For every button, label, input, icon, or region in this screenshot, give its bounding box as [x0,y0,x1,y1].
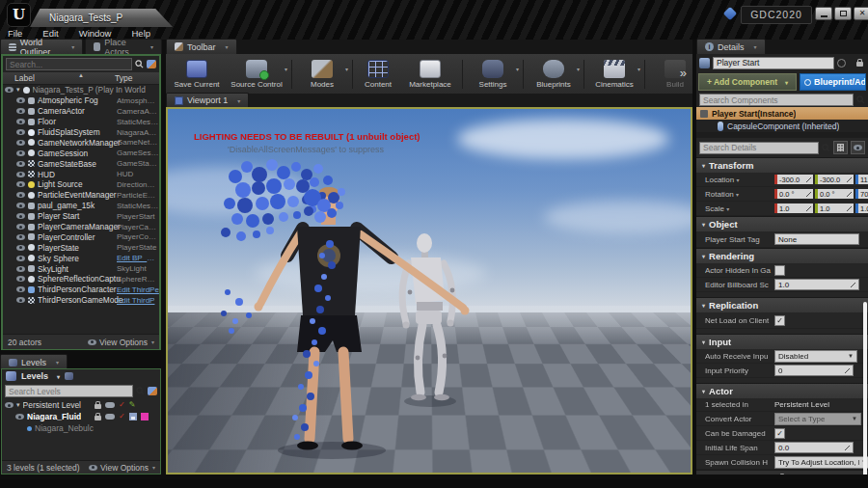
drag-handle-icon[interactable] [847,176,852,183]
level-row-niagara-fluid[interactable]: Niagara_Fluid ✓ [2,411,160,422]
visibility-eye-icon[interactable] [16,140,25,146]
auto-receive-dropdown[interactable]: Disabled▼ [774,350,857,363]
levels-menu-button[interactable]: Levels ▾ [21,371,60,381]
add-level-icon[interactable] [148,387,157,395]
lock-icon[interactable] [95,404,101,409]
actor-name-input[interactable] [713,57,834,69]
table-row[interactable]: SphereReflectionCaptuSphereReflec [3,274,159,285]
table-row[interactable]: ParticleEventManagerParticleEvent [3,190,159,201]
visibility-eye-icon[interactable] [16,97,25,103]
component-row-capsule[interactable]: CapsuleComponent (Inherited) [696,120,868,132]
scale-y-field[interactable]: 1.0 [815,203,854,213]
rotation-y-field[interactable]: 0.0 ° [815,189,854,199]
view-options-button[interactable]: View Options ▾ [89,463,155,473]
spawn-collision-dropdown[interactable]: Try To Adjust Location, Don't▼ [774,456,868,469]
table-row[interactable]: SkyLightSkyLight [3,263,159,274]
outliner-root-row[interactable]: ▾ Niagara_Tests_P (Play In World [3,85,159,95]
visibility-eye-icon[interactable] [16,192,25,198]
close-button[interactable]: ✕ [854,7,868,20]
table-row[interactable]: FloorStaticMeshA [3,117,159,127]
table-row[interactable]: GameSessionGameSession [3,148,159,158]
edit-blueprint-link[interactable]: Edit ThirdP [117,296,159,305]
table-row[interactable]: Light SourceDirectionalLi [3,179,159,190]
circle-icon[interactable] [837,59,846,68]
property-matrix-button[interactable] [833,141,848,154]
level-details-icon[interactable] [65,372,73,380]
expand-more-button[interactable]: ▼ [696,470,868,474]
level-row-niagara-nebula[interactable]: Niagara_Nebulc [2,422,160,434]
save-level-icon[interactable] [129,413,137,420]
tab-world-outliner[interactable]: World Outliner ▾ [0,39,83,54]
rotation-label[interactable]: Rotation ▾ [705,190,773,199]
visibility-eye-icon[interactable] [16,129,25,135]
visibility-eye-icon[interactable] [16,181,25,187]
content-button[interactable]: Content [356,56,400,93]
drag-handle-icon[interactable] [851,282,855,288]
column-type[interactable]: Type [115,73,132,83]
visibility-eye-icon[interactable] [16,108,25,114]
table-row[interactable]: PlayerCameraManagerPlayerCamer [3,222,159,232]
table-row[interactable]: ThirdPersonGameModeEdit ThirdP [3,295,159,306]
drag-handle-icon[interactable] [847,191,852,198]
visibility-eye-icon[interactable] [16,203,25,208]
drag-handle-icon[interactable] [845,445,850,451]
visibility-eye-icon[interactable] [5,402,14,408]
visibility-eye-icon[interactable] [16,213,25,219]
section-transform[interactable]: ▾Transform [696,157,868,173]
life-span-field[interactable]: 0.0 [774,442,854,453]
visibility-eye-icon[interactable] [16,286,25,292]
edit-blueprint-link[interactable]: Edit BP_Sky [117,254,159,262]
scale-z-field[interactable]: 1.0 [855,203,868,213]
scale-x-field[interactable]: 1.0 [774,203,813,213]
location-label[interactable]: Location ▾ [705,176,773,184]
drag-handle-icon[interactable] [806,176,811,183]
table-row[interactable]: paul_game_15kStaticMeshA [3,201,159,211]
level-tab[interactable]: Niagara_Tests_P [30,9,173,27]
level-color-swatch[interactable] [141,413,149,420]
tab-viewport-1[interactable]: Viewport 1 ▾ [166,93,249,107]
visibility-eye-icon[interactable] [16,119,25,124]
component-row-instance[interactable]: Player Start(Instance) [696,107,868,120]
settings-button[interactable]: Settings ▾ [466,56,520,93]
drag-handle-icon[interactable] [845,367,850,374]
outliner-header[interactable]: Label ▲ Type [3,72,159,85]
game-visibility-icon[interactable] [105,402,115,408]
lock-icon[interactable] [95,416,101,420]
table-row[interactable]: Atmospheric FogAtmospheric [3,95,159,106]
marketplace-button[interactable]: Marketplace [401,56,459,93]
table-row[interactable]: ThirdPersonCharacterEdit ThirdPe [3,285,159,295]
display-filter-button[interactable] [851,141,865,154]
convert-actor-dropdown[interactable]: Select a Type▼ [774,413,861,425]
cinematics-button[interactable]: Cinematics ▾ [587,56,641,93]
visibility-eye-icon[interactable] [16,172,25,177]
outliner-search-input[interactable] [6,58,132,70]
visibility-eye-icon[interactable] [16,276,25,282]
minimize-button[interactable] [815,7,832,20]
input-priority-field[interactable]: 0 [774,365,854,376]
visibility-eye-icon[interactable] [5,87,14,93]
blueprints-button[interactable]: Blueprints ▾ [527,56,581,93]
table-row[interactable]: FluidSplatSystemNiagaraActor [3,127,159,138]
table-row[interactable]: GameStateBaseGameStateBa [3,158,159,169]
search-components-input[interactable] [699,94,854,106]
view-options-button[interactable]: View Options ▾ [88,338,154,347]
table-row[interactable]: GameNetworkManagerGameNetwor [3,137,159,148]
visibility-eye-icon[interactable] [16,150,25,156]
details-scrollbar[interactable] [863,302,867,474]
toolbar-overflow-chevron[interactable]: » [680,66,687,80]
tab-place-actors[interactable]: Place Actors ▾ [85,39,162,54]
visibility-eye-icon[interactable] [16,256,25,261]
drag-handle-icon[interactable] [806,191,811,198]
lock-icon[interactable] [856,62,863,67]
location-y-field[interactable]: -300.0 [815,175,854,184]
visibility-eye-icon[interactable] [16,224,25,230]
modes-button[interactable]: Modes ▾ [295,56,349,93]
expander-icon[interactable]: ▾ [16,401,20,409]
table-row[interactable]: Sky SphereEdit BP_Sky [3,253,159,263]
visibility-eye-icon[interactable] [16,266,25,272]
table-row[interactable]: Player StartPlayerStart [3,211,159,222]
player-start-tag-field[interactable]: None [774,233,859,245]
net-load-checkbox[interactable]: ✓ [774,315,785,326]
table-row[interactable]: PlayerStatePlayerState [3,242,159,253]
location-z-field[interactable]: 112.0 [855,175,868,184]
